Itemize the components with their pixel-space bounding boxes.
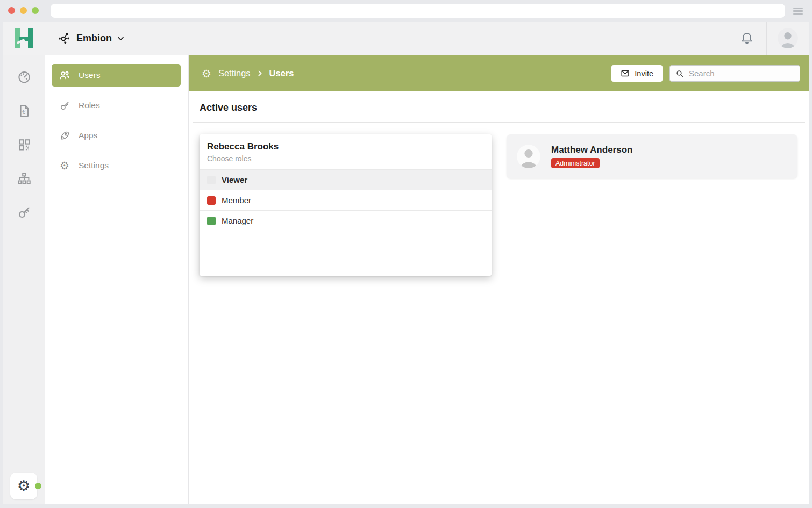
organization-name: Embion xyxy=(76,33,112,44)
search-input[interactable] xyxy=(689,69,794,78)
search-box xyxy=(669,65,800,82)
window-minimize-button[interactable] xyxy=(20,7,27,14)
user-card-matthew-anderson[interactable]: Matthew Anderson Administrator xyxy=(507,134,797,178)
gear-icon: ⚙ xyxy=(17,479,30,493)
role-option-member[interactable]: Member xyxy=(200,190,492,210)
breadcrumb-bar: ⚙ Settings Users Invite xyxy=(189,55,809,91)
rocket-icon xyxy=(59,130,70,141)
role-badge: Administrator xyxy=(551,158,600,168)
envelope-icon xyxy=(621,69,630,78)
role-picker-dropdown: Rebecca Brooks Choose roles Viewer Membe… xyxy=(200,134,492,276)
brand-logo xyxy=(15,28,33,48)
breadcrumb-settings-link[interactable]: Settings xyxy=(218,68,251,78)
bell-icon xyxy=(739,31,754,46)
window-controls xyxy=(8,7,39,14)
rail-settings-button[interactable]: ⚙ xyxy=(10,473,37,499)
role-option-label: Member xyxy=(222,196,251,205)
chevron-down-icon xyxy=(117,34,125,42)
role-color-swatch xyxy=(207,196,216,205)
logo-button[interactable] xyxy=(3,22,45,55)
role-option-manager[interactable]: Manager xyxy=(200,210,492,231)
sidebar-item-label: Apps xyxy=(79,131,97,140)
status-dot xyxy=(35,483,41,489)
settings-sidebar: Users Roles xyxy=(45,55,189,504)
role-option-label: Viewer xyxy=(222,175,247,184)
key-icon xyxy=(59,99,70,111)
app-window: Embion xyxy=(3,22,809,504)
invoices-icon[interactable]: € xyxy=(17,103,32,118)
browser-menu-icon[interactable] xyxy=(793,8,803,16)
sidebar-item-users[interactable]: Users xyxy=(52,64,181,87)
sidebar-item-settings[interactable]: ⚙ Settings xyxy=(52,154,181,177)
page-title: Active users xyxy=(200,102,257,113)
icon-rail: € xyxy=(3,55,45,504)
user-menu-button[interactable] xyxy=(767,22,809,55)
user-card-name: Matthew Anderson xyxy=(551,145,632,155)
role-picker-placeholder: Choose roles xyxy=(207,154,483,163)
header-actions xyxy=(728,22,809,55)
gear-icon: ⚙ xyxy=(202,68,211,79)
main-panel: ⚙ Settings Users Invite xyxy=(189,55,809,504)
divider xyxy=(193,122,805,123)
svg-text:€: € xyxy=(22,109,26,115)
browser-chrome xyxy=(0,0,812,22)
sidebar-item-label: Roles xyxy=(79,101,100,110)
chevron-right-icon xyxy=(257,70,263,77)
role-option-label: Manager xyxy=(222,216,253,225)
organization-switcher[interactable]: Embion xyxy=(58,22,125,55)
sidebar-item-apps[interactable]: Apps xyxy=(52,124,181,147)
role-option-viewer[interactable]: Viewer xyxy=(200,169,492,190)
organization-icon[interactable] xyxy=(17,171,32,186)
url-bar[interactable] xyxy=(51,4,785,18)
window-maximize-button[interactable] xyxy=(32,7,39,14)
breadcrumb-current-page: Users xyxy=(269,68,294,78)
avatar xyxy=(778,28,798,48)
sidebar-item-roles[interactable]: Roles xyxy=(52,94,181,117)
role-color-swatch xyxy=(207,217,216,225)
app-header: Embion xyxy=(3,22,809,55)
apps-grid-icon[interactable] xyxy=(17,137,32,152)
avatar xyxy=(517,145,540,168)
sidebar-item-label: Users xyxy=(79,70,100,80)
invite-button-label: Invite xyxy=(635,69,653,78)
app-body: € xyxy=(3,55,809,504)
role-picker-header: Rebecca Brooks Choose roles xyxy=(200,134,492,169)
molecule-icon xyxy=(58,31,72,45)
role-color-swatch xyxy=(207,176,216,184)
search-icon xyxy=(675,69,684,78)
invite-button[interactable]: Invite xyxy=(611,65,663,82)
gear-icon: ⚙ xyxy=(59,160,70,171)
notifications-button[interactable] xyxy=(728,22,766,55)
window-close-button[interactable] xyxy=(8,7,15,14)
users-icon xyxy=(59,69,70,81)
content-area: Active users Rebecca Brooks Choose roles… xyxy=(189,91,809,504)
sidebar-item-label: Settings xyxy=(79,161,109,170)
access-keys-icon[interactable] xyxy=(17,205,32,220)
role-picker-user-name: Rebecca Brooks xyxy=(207,141,483,152)
user-card-info: Matthew Anderson Administrator xyxy=(551,145,632,168)
dashboard-icon[interactable] xyxy=(17,69,32,84)
